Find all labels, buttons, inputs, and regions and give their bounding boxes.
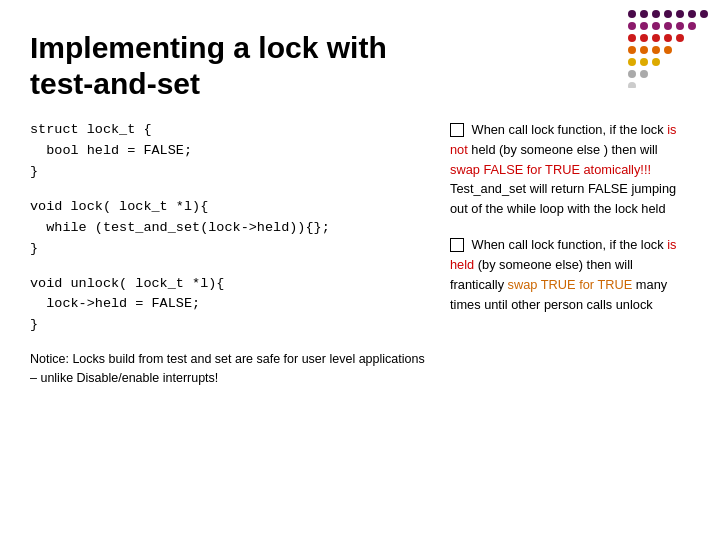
svg-point-10 [664,22,672,30]
notice-text: Notice: Locks build from test and set ar… [30,350,430,388]
svg-point-7 [628,22,636,30]
svg-point-16 [664,34,672,42]
svg-point-20 [652,46,660,54]
svg-point-9 [652,22,660,30]
svg-point-4 [676,10,684,18]
svg-point-15 [652,34,660,42]
svg-point-1 [640,10,648,18]
code-block-lock: void lock( lock_t *l){ while (test_and_s… [30,197,430,260]
svg-point-2 [652,10,660,18]
svg-point-6 [700,10,708,18]
highlight-is-held: is held [450,237,676,272]
svg-point-24 [652,58,660,66]
svg-point-11 [676,22,684,30]
svg-point-5 [688,10,696,18]
svg-point-8 [640,22,648,30]
svg-point-12 [688,22,696,30]
code-block-struct: struct lock_t { bool held = FALSE; } [30,120,430,183]
right-block-1: When call lock function, if the lock is … [450,120,690,219]
code-block-unlock: void unlock( lock_t *l){ lock->held = FA… [30,274,430,337]
svg-point-0 [628,10,636,18]
highlight-swap-false: swap FALSE for TRUE atomically!!! [450,162,651,177]
svg-point-25 [628,70,636,78]
checkbox-bullet-1 [450,123,464,137]
right-block-2-text: When call lock function, if the lock is … [450,235,690,314]
svg-point-21 [664,46,672,54]
content-area: struct lock_t { bool held = FALSE; } voi… [30,120,690,388]
decorative-dots [622,6,714,92]
svg-point-22 [628,58,636,66]
svg-point-23 [640,58,648,66]
left-column: struct lock_t { bool held = FALSE; } voi… [30,120,430,388]
title-line2: test-and-set [30,67,200,100]
svg-point-19 [640,46,648,54]
notice-content: Notice: Locks build from test and set ar… [30,352,425,385]
svg-point-14 [640,34,648,42]
highlight-swap-true: swap TRUE for TRUE [508,277,633,292]
slide: Implementing a lock with test-and-set st… [0,0,720,540]
right-block-1-text: When call lock function, if the lock is … [450,120,690,219]
svg-point-13 [628,34,636,42]
svg-point-17 [676,34,684,42]
checkbox-bullet-2 [450,238,464,252]
title-line1: Implementing a lock with [30,31,387,64]
svg-point-27 [628,82,636,88]
svg-point-3 [664,10,672,18]
svg-point-18 [628,46,636,54]
slide-title: Implementing a lock with test-and-set [30,30,490,102]
highlight-is-not: is not [450,122,676,157]
right-column: When call lock function, if the lock is … [450,120,690,388]
right-block-2: When call lock function, if the lock is … [450,235,690,314]
svg-point-26 [640,70,648,78]
